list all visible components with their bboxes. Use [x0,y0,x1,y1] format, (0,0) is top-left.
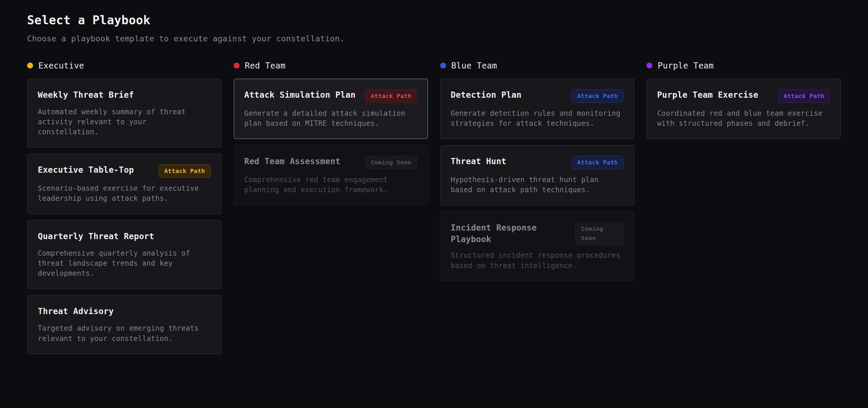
card-badge: Coming Soon [365,155,417,170]
playbook-card[interactable]: Weekly Threat Brief Automated weekly sum… [27,79,222,148]
playbook-columns: Executive Weekly Threat Brief Automated … [27,61,841,354]
card-description: Targeted advisory on emerging threats re… [38,323,211,343]
card-header: Executive Table-Top Attack Path [38,164,211,178]
card-description: Comprehensive red team engagement planni… [244,175,417,195]
card-title: Detection Plan [451,89,522,101]
playbook-column-executive: Executive Weekly Threat Brief Automated … [27,61,222,354]
card-title: Threat Advisory [38,305,114,317]
team-color-dot [440,63,446,68]
card-title: Purple Team Exercise [657,89,758,101]
playbook-card-coming-soon: Incident Response Playbook Coming Soon S… [440,211,634,281]
card-title: Threat Hunt [451,155,506,167]
card-description: Coordinated red and blue team exercise w… [657,108,830,128]
card-description: Generate a detailed attack simulation pl… [244,108,417,128]
card-header: Attack Simulation Plan Attack Path [244,89,417,103]
column-label: Blue Team [452,61,497,70]
page-title: Select a Playbook [27,13,841,27]
column-label: Executive [38,61,84,70]
card-description: Generate detection rules and monitoring … [451,108,624,128]
playbook-card[interactable]: Executive Table-Top Attack Path Scenario… [27,153,222,214]
column-cards: Purple Team Exercise Attack Path Coordin… [646,79,841,139]
card-header: Threat Advisory [38,305,211,318]
card-title: Attack Simulation Plan [244,89,355,101]
column-cards: Weekly Threat Brief Automated weekly sum… [27,79,222,354]
column-header: Executive [27,61,222,70]
card-description: Scenario-based exercise for executive le… [38,183,211,203]
card-description: Automated weekly summary of threat activ… [38,107,211,137]
column-header: Red Team [234,61,428,70]
column-label: Purple Team [658,61,714,70]
card-description: Hypothesis-driven threat hunt plan based… [451,175,624,195]
card-badge: Coming Soon [575,222,624,245]
card-description: Comprehensive quarterly analysis of thre… [38,248,211,279]
playbook-column-red-team: Red Team Attack Simulation Plan Attack P… [234,61,428,205]
card-title: Red Team Assessment [244,155,340,167]
card-header: Incident Response Playbook Coming Soon [451,222,624,245]
card-badge: Attack Path [158,164,211,178]
team-color-dot [234,63,240,68]
card-badge: Attack Path [778,89,830,103]
column-header: Blue Team [440,61,634,70]
playbook-card-coming-soon: Red Team Assessment Coming Soon Comprehe… [234,145,428,205]
card-header: Quarterly Threat Report [38,231,211,243]
playbook-column-purple-team: Purple Team Purple Team Exercise Attack … [646,61,841,139]
column-cards: Attack Simulation Plan Attack Path Gener… [234,79,428,205]
playbook-card[interactable]: Detection Plan Attack Path Generate dete… [440,79,634,139]
card-badge: Attack Path [571,89,624,103]
playbook-picker-page: Select a Playbook Choose a playbook temp… [0,0,868,354]
card-description: Structured incident response procedures … [451,250,624,270]
team-color-dot [27,63,33,68]
card-title: Executive Table-Top [38,164,134,176]
column-label: Red Team [245,61,286,70]
playbook-card[interactable]: Threat Hunt Attack Path Hypothesis-drive… [440,145,634,205]
card-title: Quarterly Threat Report [38,231,154,242]
page-subtitle: Choose a playbook template to execute ag… [27,33,841,44]
playbook-card[interactable]: Quarterly Threat Report Comprehensive qu… [27,220,222,289]
card-header: Weekly Threat Brief [38,89,211,101]
playbook-column-blue-team: Blue Team Detection Plan Attack Path Gen… [440,61,634,281]
playbook-card[interactable]: Threat Advisory Targeted advisory on eme… [27,295,222,354]
card-badge: Attack Path [571,155,624,170]
playbook-card[interactable]: Attack Simulation Plan Attack Path Gener… [234,79,428,139]
card-title: Weekly Threat Brief [38,89,134,101]
card-header: Detection Plan Attack Path [451,89,624,103]
card-header: Red Team Assessment Coming Soon [244,155,417,170]
card-header: Purple Team Exercise Attack Path [657,89,830,103]
column-cards: Detection Plan Attack Path Generate dete… [440,79,634,281]
card-header: Threat Hunt Attack Path [451,155,624,170]
card-badge: Attack Path [365,89,417,103]
playbook-card[interactable]: Purple Team Exercise Attack Path Coordin… [646,79,841,139]
column-header: Purple Team [646,61,841,70]
card-title: Incident Response Playbook [451,222,570,245]
team-color-dot [646,63,652,68]
